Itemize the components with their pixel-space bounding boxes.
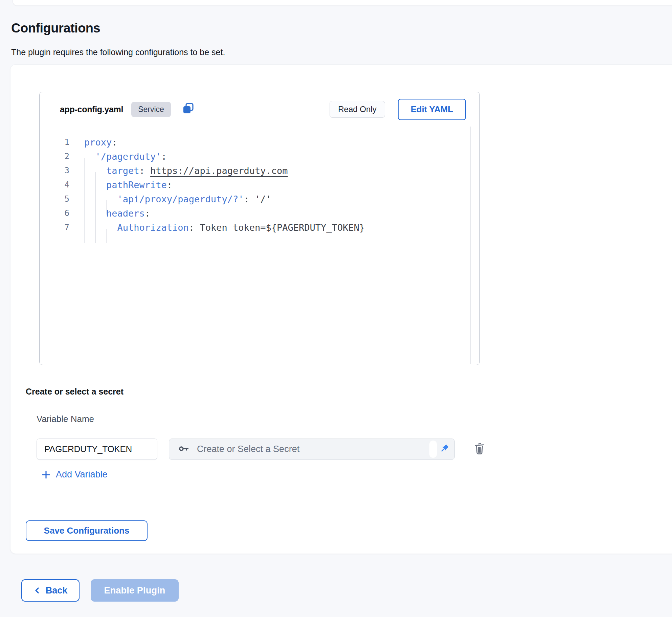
copy-button[interactable] bbox=[181, 102, 195, 116]
code-text: headers: bbox=[84, 208, 150, 219]
variable-name-input[interactable] bbox=[37, 439, 157, 460]
code-text: proxy: bbox=[84, 137, 117, 148]
read-only-badge: Read Only bbox=[330, 101, 385, 118]
code-text: '/pagerduty': bbox=[84, 151, 167, 162]
add-variable-label: Add Variable bbox=[56, 469, 108, 480]
line-number: 1 bbox=[40, 137, 69, 147]
indent-guide bbox=[95, 172, 96, 243]
page-title: Configurations bbox=[11, 21, 100, 36]
code-line: 4 pathRewrite: bbox=[40, 178, 479, 192]
code-text: 'api/proxy/pagerduty/?': '/' bbox=[84, 194, 271, 204]
back-button-label: Back bbox=[46, 585, 68, 596]
variable-name-label: Variable Name bbox=[37, 414, 94, 424]
line-number: 6 bbox=[40, 208, 69, 218]
code-viewer: 1 proxy: 2 '/pagerduty': 3 target: https… bbox=[40, 127, 479, 365]
pushpin-icon bbox=[439, 443, 450, 455]
configurations-card: app-config.yaml Service Read Only Edit Y… bbox=[10, 64, 672, 554]
code-text: pathRewrite: bbox=[84, 180, 172, 190]
secret-section-heading: Create or select a secret bbox=[26, 387, 124, 397]
code-line: 3 target: https://api.pagerduty.com bbox=[40, 163, 479, 178]
code-text: target: https://api.pagerduty.com bbox=[84, 165, 288, 176]
save-configurations-button[interactable]: Save Configurations bbox=[26, 520, 148, 541]
key-icon bbox=[178, 443, 190, 456]
add-variable-button[interactable]: Add Variable bbox=[41, 469, 108, 480]
code-line: 6 headers: bbox=[40, 206, 479, 220]
back-button[interactable]: Back bbox=[21, 579, 80, 602]
edit-yaml-button[interactable]: Edit YAML bbox=[398, 99, 466, 120]
line-number: 2 bbox=[40, 152, 69, 161]
service-badge: Service bbox=[131, 102, 171, 117]
code-line: 7 Authorization: Token token=${PAGERDUTY… bbox=[40, 220, 479, 234]
line-number: 4 bbox=[40, 180, 69, 189]
indent-guide bbox=[84, 158, 85, 243]
indent-guide bbox=[106, 200, 107, 215]
secret-select-placeholder: Create or Select a Secret bbox=[197, 444, 299, 454]
page-subtitle: The plugin requires the following config… bbox=[11, 47, 225, 57]
delete-variable-button[interactable] bbox=[471, 441, 488, 457]
previous-section-card-edge bbox=[13, 0, 672, 6]
code-line: 2 '/pagerduty': bbox=[40, 149, 479, 163]
select-scroll-strip bbox=[429, 441, 437, 458]
filename-label: app-config.yaml bbox=[60, 105, 123, 114]
copy-icon bbox=[181, 102, 195, 117]
indent-guide bbox=[106, 229, 107, 243]
yaml-editor-card: app-config.yaml Service Read Only Edit Y… bbox=[39, 92, 480, 365]
pin-button[interactable] bbox=[438, 439, 451, 459]
next-section-card-edge bbox=[0, 617, 672, 628]
line-number: 3 bbox=[40, 166, 69, 175]
secret-select[interactable]: Create or Select a Secret bbox=[169, 439, 455, 460]
code-line: 1 proxy: bbox=[40, 135, 479, 149]
code-line: 5 'api/proxy/pagerduty/?': '/' bbox=[40, 192, 479, 206]
enable-plugin-button[interactable]: Enable Plugin bbox=[91, 579, 179, 602]
plugin-configuration-page: Configurations The plugin requires the f… bbox=[0, 0, 672, 628]
yaml-editor-header: app-config.yaml Service Read Only Edit Y… bbox=[40, 92, 479, 127]
line-number: 7 bbox=[40, 223, 69, 232]
code-text: Authorization: Token token=${PAGERDUTY_T… bbox=[84, 222, 365, 233]
line-number: 5 bbox=[40, 194, 69, 204]
plus-icon bbox=[41, 470, 51, 480]
chevron-left-icon bbox=[33, 586, 42, 595]
trash-icon bbox=[473, 441, 486, 457]
editor-scrollbar-track bbox=[470, 127, 471, 364]
